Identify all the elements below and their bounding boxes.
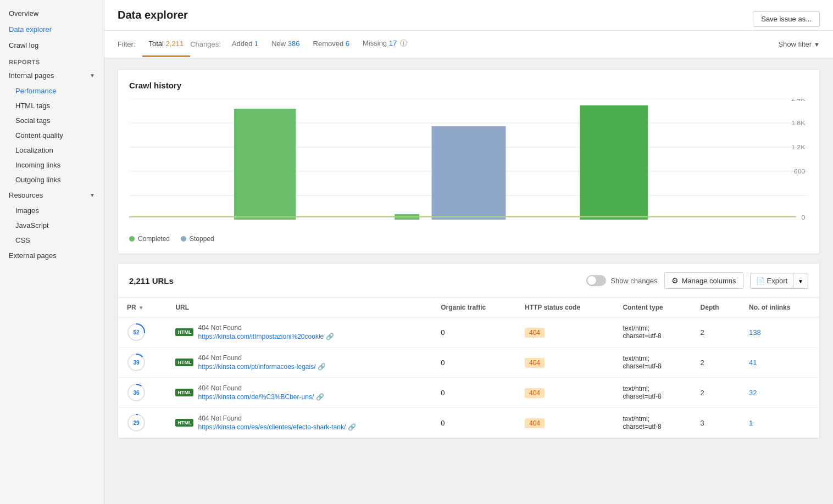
sidebar-sub-css[interactable]: CSS bbox=[0, 233, 104, 248]
page-header: Data explorer Save issue as... bbox=[104, 0, 833, 31]
url-info: 404 Not Found https://kinsta.com/itImpos… bbox=[198, 324, 334, 340]
col-content[interactable]: Content type bbox=[614, 298, 691, 317]
url-status-text: 404 Not Found bbox=[198, 324, 334, 332]
url-link[interactable]: https://kinsta.com/de/%C3%BCber-uns/ 🔗 bbox=[198, 393, 324, 401]
show-filter-label: Show filter bbox=[778, 40, 812, 48]
url-status-text: 404 Not Found bbox=[198, 415, 356, 422]
cell-content-type: text/html;charset=utf-8 bbox=[614, 317, 691, 348]
inlinks-link[interactable]: 1 bbox=[749, 419, 753, 427]
col-inlinks[interactable]: No. of inlinks bbox=[740, 298, 819, 317]
sidebar-item-overview[interactable]: Overview bbox=[0, 5, 104, 21]
chart-legend: Completed Stopped bbox=[129, 235, 808, 243]
export-icon: 📄 bbox=[756, 277, 765, 285]
pr-value: 52 bbox=[133, 329, 139, 335]
cell-content-type: text/html;charset=utf-8 bbox=[614, 378, 691, 408]
inlinks-link[interactable]: 32 bbox=[749, 389, 757, 397]
sidebar-group-resources[interactable]: Resources ▼ bbox=[0, 187, 104, 203]
cell-inlinks[interactable]: 32 bbox=[740, 378, 819, 408]
pr-value: 36 bbox=[133, 390, 139, 396]
http-status-badge: 404 bbox=[525, 418, 545, 428]
chart-title: Crawl history bbox=[129, 81, 808, 90]
html-badge: HTML bbox=[175, 359, 193, 366]
cell-inlinks[interactable]: 138 bbox=[740, 317, 819, 348]
sidebar-sub-social-tags[interactable]: Social tags bbox=[0, 113, 104, 128]
legend-stopped-label: Stopped bbox=[190, 235, 214, 243]
content-area: Crawl history 2.4K 1.8K 1.2K 600 0 bbox=[104, 58, 833, 450]
cell-pr: 39 bbox=[118, 348, 166, 378]
sidebar-sub-javascript[interactable]: JavaScript bbox=[0, 218, 104, 233]
url-link[interactable]: https://kinsta.com/pt/informacoes-legais… bbox=[198, 363, 325, 371]
show-changes-toggle[interactable] bbox=[586, 275, 606, 286]
sidebar-sub-html-tags[interactable]: HTML tags bbox=[0, 98, 104, 113]
cell-pr: 52 bbox=[118, 317, 166, 348]
col-organic[interactable]: Organic traffic bbox=[432, 298, 516, 317]
sidebar-sub-incoming-links[interactable]: Incoming links bbox=[0, 158, 104, 172]
filter-tab-total[interactable]: Total 2,211 bbox=[142, 32, 191, 57]
cell-organic-traffic: 0 bbox=[432, 317, 516, 348]
added-count: 1 bbox=[254, 40, 258, 48]
gear-icon: ⚙ bbox=[671, 276, 679, 285]
export-label: Export bbox=[767, 277, 788, 285]
chart-area: 2.4K 1.8K 1.2K 600 0 bbox=[129, 99, 808, 231]
cell-http-status: 404 bbox=[516, 317, 614, 348]
sidebar-item-data-explorer[interactable]: Data explorer bbox=[0, 21, 104, 37]
html-badge: HTML bbox=[175, 389, 193, 396]
chart-section: Crawl history 2.4K 1.8K 1.2K 600 0 bbox=[118, 69, 820, 254]
cell-content-type: text/html;charset=utf-8 bbox=[614, 348, 691, 378]
save-issue-button[interactable]: Save issue as... bbox=[753, 11, 820, 27]
bar-20may-completed bbox=[234, 109, 296, 220]
url-info: 404 Not Found https://kinsta.com/de/%C3%… bbox=[198, 384, 324, 401]
export-group: 📄 Export ▼ bbox=[750, 273, 808, 289]
manage-columns-button[interactable]: ⚙ Manage columns bbox=[664, 272, 743, 289]
page-title: Data explorer bbox=[118, 9, 188, 30]
col-pr[interactable]: PR ▼ bbox=[118, 298, 166, 317]
sidebar-sub-outgoing-links[interactable]: Outgoing links bbox=[0, 172, 104, 187]
inlinks-link[interactable]: 138 bbox=[749, 328, 761, 337]
sidebar-group-internal-pages[interactable]: Internal pages ▼ bbox=[0, 68, 104, 83]
urls-count-title: 2,211 URLs bbox=[129, 276, 174, 285]
cell-http-status: 404 bbox=[516, 408, 614, 438]
col-http[interactable]: HTTP status code bbox=[516, 298, 614, 317]
svg-text:15 Jul: 15 Jul bbox=[725, 219, 743, 220]
export-button[interactable]: 📄 Export bbox=[750, 273, 794, 289]
svg-text:15 Aug: 15 Aug bbox=[773, 219, 794, 220]
table-wrap: PR ▼ URL Organic traffic HTTP status cod… bbox=[118, 298, 819, 438]
url-link[interactable]: https://kinsta.com/itImpostazioni%20cook… bbox=[198, 333, 334, 340]
cell-depth: 3 bbox=[692, 408, 740, 438]
export-dropdown-icon: ▼ bbox=[798, 278, 803, 284]
url-link[interactable]: https://kinsta.com/es/es/clientes/efecto… bbox=[198, 423, 356, 431]
cell-organic-traffic: 0 bbox=[432, 378, 516, 408]
sidebar-sub-images[interactable]: Images bbox=[0, 203, 104, 218]
sidebar-item-external-pages[interactable]: External pages bbox=[0, 248, 104, 264]
new-count: 386 bbox=[288, 40, 300, 48]
filter-tabs: Filter: Total 2,211 Changes: Added 1 New… bbox=[118, 31, 414, 58]
sidebar-sub-content-quality[interactable]: Content quality bbox=[0, 128, 104, 143]
legend-stopped-dot bbox=[181, 236, 186, 242]
main-content: Data explorer Save issue as... Filter: T… bbox=[104, 0, 833, 504]
sidebar-sub-localization[interactable]: Localization bbox=[0, 143, 104, 158]
col-pr-label: PR bbox=[127, 304, 136, 311]
changes-label: Changes: bbox=[190, 32, 221, 56]
export-dropdown-button[interactable]: ▼ bbox=[793, 273, 808, 289]
inlinks-link[interactable]: 41 bbox=[749, 359, 757, 367]
filter-tab-removed[interactable]: Removed 6 bbox=[307, 32, 356, 57]
legend-completed-dot bbox=[129, 236, 135, 242]
pr-value: 29 bbox=[133, 420, 139, 426]
sort-arrow-icon: ▼ bbox=[138, 305, 144, 311]
cell-http-status: 404 bbox=[516, 378, 614, 408]
urls-controls: Show changes ⚙ Manage columns 📄 Export ▼ bbox=[586, 272, 808, 289]
cell-inlinks[interactable]: 41 bbox=[740, 348, 819, 378]
sidebar-sub-performance[interactable]: Performance bbox=[0, 83, 104, 98]
cell-inlinks[interactable]: 1 bbox=[740, 408, 819, 438]
missing-count: 17 bbox=[389, 39, 397, 47]
filter-tab-added[interactable]: Added 1 bbox=[225, 32, 265, 57]
filter-tab-missing[interactable]: Missing 17 ⓘ bbox=[356, 31, 414, 58]
sidebar-item-crawl-log[interactable]: Crawl log bbox=[0, 37, 104, 53]
cell-url: HTML 404 Not Found https://kinsta.com/it… bbox=[166, 317, 432, 348]
filter-tab-new[interactable]: New 386 bbox=[265, 32, 306, 57]
col-depth[interactable]: Depth bbox=[692, 298, 740, 317]
col-url[interactable]: URL bbox=[166, 298, 432, 317]
cell-pr: 29 bbox=[118, 408, 166, 438]
show-filter-button[interactable]: Show filter ▼ bbox=[778, 32, 820, 56]
filter-bar: Filter: Total 2,211 Changes: Added 1 New… bbox=[104, 31, 833, 58]
